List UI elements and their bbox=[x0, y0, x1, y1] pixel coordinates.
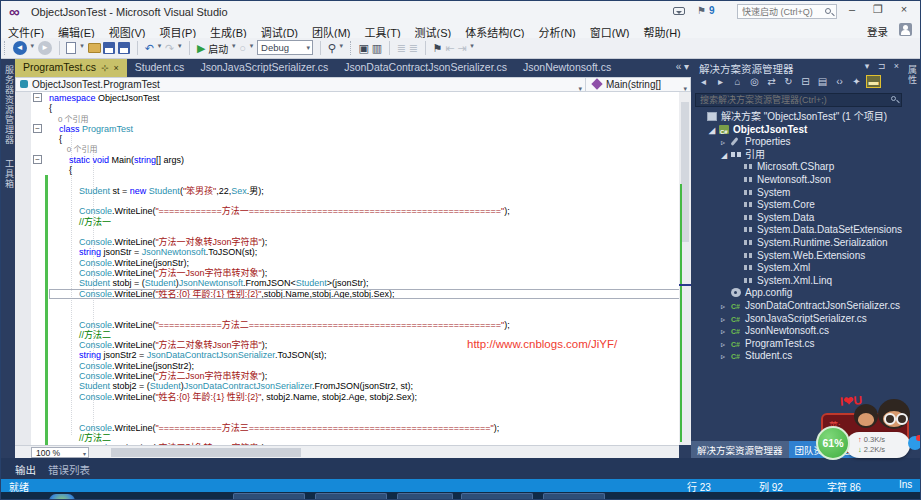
code-line[interactable]: { bbox=[49, 103, 679, 113]
code-line[interactable]: class ProgramTest bbox=[49, 124, 679, 134]
code-line[interactable]: Student stobj = (Student)JsonNewtonsoft.… bbox=[49, 278, 679, 288]
expander-icon[interactable]: ▹ bbox=[721, 326, 731, 339]
restart-button[interactable]: ○ bbox=[239, 41, 246, 56]
code-line[interactable]: string jsonStr = JsonNewtonsoft.ToJSON(s… bbox=[49, 247, 679, 257]
panel-tab[interactable]: 解决方案资源管理器 bbox=[691, 441, 789, 458]
view-code-icon[interactable]: ‹› bbox=[833, 76, 846, 87]
back-icon[interactable]: ◂ bbox=[697, 76, 710, 87]
tab-overflow-icons[interactable]: « ▾ bbox=[676, 61, 689, 72]
horizontal-scrollbar[interactable] bbox=[111, 448, 301, 457]
expander-icon[interactable]: ▹ bbox=[721, 351, 731, 364]
maximize-button[interactable]: ❐ bbox=[865, 1, 891, 19]
tree-item[interactable]: System.Data.DataSetExtensions bbox=[691, 224, 906, 237]
tree-item[interactable]: ◢引用 bbox=[691, 149, 906, 162]
tree-item[interactable]: 解决方案 "ObjectJsonTest" (1 个项目) bbox=[691, 111, 906, 124]
code-line[interactable] bbox=[49, 196, 679, 206]
tree-item[interactable]: System.Data bbox=[691, 212, 906, 225]
taskbar-item[interactable] bbox=[543, 493, 605, 500]
tree-item[interactable]: ▹JsonNewtonsoft.cs bbox=[691, 325, 906, 338]
user-avatar-icon[interactable] bbox=[899, 23, 912, 36]
code-line[interactable]: Console.WriteLine(jsonStr2); bbox=[49, 361, 679, 371]
tree-item[interactable]: Microsoft.CSharp bbox=[691, 161, 906, 174]
save-all-button[interactable] bbox=[118, 42, 130, 54]
vertical-scrollbar[interactable] bbox=[679, 92, 691, 445]
code-content[interactable]: namespace ObjectJsonTest{ 0 个引用 class Pr… bbox=[49, 93, 679, 445]
notifications-count[interactable]: 9 bbox=[709, 5, 715, 16]
feedback-icon[interactable] bbox=[673, 7, 685, 15]
code-line[interactable]: Console.WriteLine("============方法二======… bbox=[49, 320, 679, 330]
tree-item[interactable]: System.Web.Extensions bbox=[691, 250, 906, 263]
step-over-button[interactable]: ▥ bbox=[372, 41, 382, 56]
tree-item[interactable]: System.Runtime.Serialization bbox=[691, 237, 906, 250]
code-editor[interactable]: −−− namespace ObjectJsonTest{ 0 个引用 clas… bbox=[15, 92, 679, 445]
code-line[interactable]: { bbox=[49, 134, 679, 144]
expander-icon[interactable]: ▹ bbox=[721, 301, 731, 314]
tree-item[interactable]: ▹ProgramTest.cs bbox=[691, 338, 906, 351]
redo-button[interactable]: ↷ bbox=[165, 41, 174, 56]
quick-launch-input[interactable] bbox=[737, 4, 837, 19]
network-speed-widget[interactable]: ↑ 0.3K/s ↓ 2.2K/s bbox=[846, 432, 910, 458]
tool-window-tab[interactable]: 属性 bbox=[906, 65, 919, 85]
indent-increase-button[interactable]: ≣ bbox=[409, 41, 418, 56]
member-dropdown[interactable]: Main(string[] args)▾ bbox=[587, 78, 690, 91]
restart-dropdown-icon[interactable]: ▾ bbox=[250, 42, 254, 50]
code-line[interactable] bbox=[49, 175, 679, 185]
preview-selected-icon[interactable]: ▬ bbox=[867, 76, 880, 87]
bottom-panel-tab[interactable]: 输出 bbox=[15, 462, 36, 477]
code-line[interactable] bbox=[49, 227, 679, 237]
windows-taskbar[interactable] bbox=[1, 492, 921, 500]
start-dropdown-icon[interactable]: ▾ bbox=[232, 42, 236, 50]
scope-icon[interactable]: ◎ bbox=[748, 76, 761, 87]
fold-gutter[interactable]: −−− bbox=[31, 92, 45, 445]
document-tab[interactable]: JsonNewtonsoft.cs bbox=[515, 59, 619, 77]
step-into-button[interactable]: ▣ bbox=[359, 41, 369, 56]
collapse-all-icon[interactable]: ⊟ bbox=[799, 76, 812, 87]
tree-item[interactable]: ▹JsonJavaScriptSerializer.cs bbox=[691, 313, 906, 326]
document-tab[interactable]: Student.cs bbox=[127, 59, 193, 77]
home-icon[interactable]: ⌂ bbox=[731, 76, 744, 87]
code-line[interactable] bbox=[49, 309, 679, 319]
code-line[interactable]: 0 个引用 bbox=[49, 114, 679, 124]
taskbar-item[interactable] bbox=[233, 493, 305, 500]
zoom-select[interactable]: 100 %▾ bbox=[31, 447, 89, 458]
scrollbar-thumb[interactable] bbox=[681, 102, 689, 242]
taskbar-item[interactable] bbox=[315, 493, 387, 500]
tree-item[interactable]: System.Core bbox=[691, 199, 906, 212]
show-all-files-icon[interactable]: ▤ bbox=[816, 76, 829, 87]
taskbar-item[interactable] bbox=[461, 493, 533, 500]
close-button[interactable]: × bbox=[891, 1, 917, 19]
code-line[interactable]: Student stobj2 = (Student)JsonDataContra… bbox=[49, 381, 679, 391]
panel-window-buttons[interactable]: ▾ ⊐ × bbox=[865, 61, 902, 71]
search-icon[interactable] bbox=[825, 8, 831, 14]
fold-collapse-icon[interactable]: − bbox=[33, 93, 42, 102]
taskbar-item[interactable] bbox=[397, 493, 453, 500]
code-line[interactable]: Console.WriteLine("============方法一======… bbox=[49, 206, 679, 216]
code-line[interactable]: //方法二 bbox=[49, 433, 679, 443]
fold-collapse-icon[interactable]: − bbox=[33, 124, 42, 133]
save-button[interactable] bbox=[103, 42, 115, 54]
code-line[interactable]: Console.WriteLine(jsonStr); bbox=[49, 258, 679, 268]
tree-item[interactable]: ◢ObjectJsonTest bbox=[691, 124, 906, 137]
code-line[interactable]: namespace ObjectJsonTest bbox=[49, 93, 679, 103]
battery-percent-badge[interactable]: 61% bbox=[816, 426, 850, 460]
code-line[interactable]: Console.WriteLine("方法一对象转Json字符串"); bbox=[49, 237, 679, 247]
search-icon[interactable] bbox=[891, 96, 896, 101]
refresh-icon[interactable]: ↻ bbox=[782, 76, 795, 87]
navigate-back-button[interactable]: ◄ bbox=[13, 41, 27, 55]
new-file-button[interactable] bbox=[66, 42, 76, 54]
new-file-dropdown-icon[interactable]: ▾ bbox=[80, 42, 84, 50]
find-in-files-button[interactable]: ⚲ bbox=[328, 41, 336, 56]
pin-icon[interactable]: ⊹ bbox=[101, 63, 109, 73]
tree-item[interactable]: System.Xml.Linq bbox=[691, 275, 906, 288]
code-line[interactable]: static void Main(string[] args) bbox=[49, 155, 679, 165]
navigate-back-dropdown-icon[interactable]: ▾ bbox=[31, 42, 35, 50]
bottom-panel-tab[interactable]: 错误列表 bbox=[48, 462, 90, 477]
undo-button[interactable]: ↶ bbox=[145, 41, 154, 56]
tree-item[interactable]: ▹Student.cs bbox=[691, 350, 906, 363]
forward-icon[interactable]: ▸ bbox=[714, 76, 727, 87]
code-line[interactable]: //方法一 bbox=[49, 217, 679, 227]
toolbar-grip[interactable] bbox=[4, 41, 8, 55]
expander-icon[interactable]: ◢ bbox=[709, 125, 719, 138]
tree-item[interactable]: App.config bbox=[691, 287, 906, 300]
document-tab[interactable]: JsonJavaScriptSerializer.cs bbox=[192, 59, 336, 77]
